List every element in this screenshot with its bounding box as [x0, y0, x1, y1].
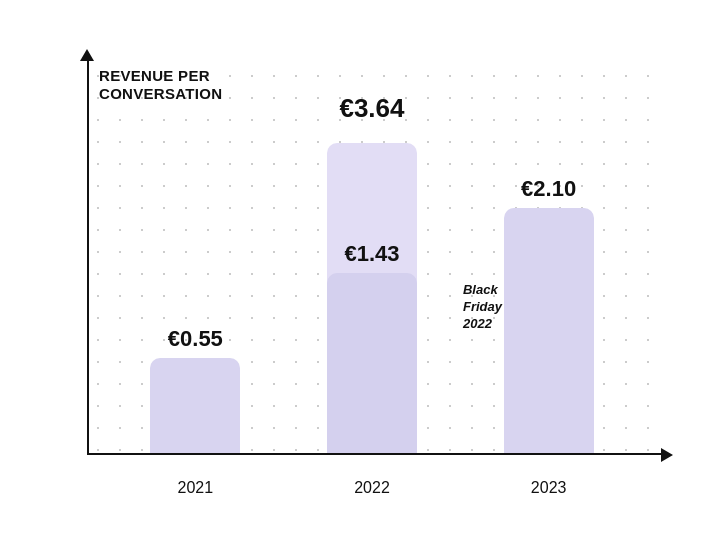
bar-2023 — [504, 208, 594, 453]
bar-group-2022: €3.64 Black Friday 2022 €1.43 — [327, 143, 417, 453]
x-label-2023: 2023 — [504, 479, 594, 497]
x-axis — [87, 453, 667, 455]
x-label-2022: 2022 — [327, 479, 417, 497]
bars-area: €0.55 €3.64 Black Friday 2022 — [87, 65, 657, 453]
y-axis-arrow — [80, 49, 94, 61]
bar-group-2023: €2.10 — [504, 176, 594, 453]
chart-container: REVENUE PER CONVERSATION €0.55 €3.64 Bla… — [27, 25, 687, 515]
x-label-2021: 2021 — [150, 479, 240, 497]
bar-value-2021: €0.55 — [168, 326, 223, 352]
bf-label-line3: 2022 — [463, 316, 492, 331]
x-axis-arrow — [661, 448, 673, 462]
bf-label-line2: Friday — [463, 299, 502, 314]
bar-value-2023: €2.10 — [521, 176, 576, 202]
bf-value: €3.64 — [339, 93, 404, 124]
bf-label-line1: Black — [463, 282, 498, 297]
bar-group-2021: €0.55 — [150, 326, 240, 453]
bar-2022 — [327, 273, 417, 453]
x-labels: 2021 2022 2023 — [87, 479, 657, 497]
bar-bf-2022: €1.43 — [327, 143, 417, 453]
bar-value-2022: €1.43 — [344, 241, 399, 267]
bf-annotation: Black Friday 2022 — [463, 282, 502, 333]
bar-2021 — [150, 358, 240, 453]
